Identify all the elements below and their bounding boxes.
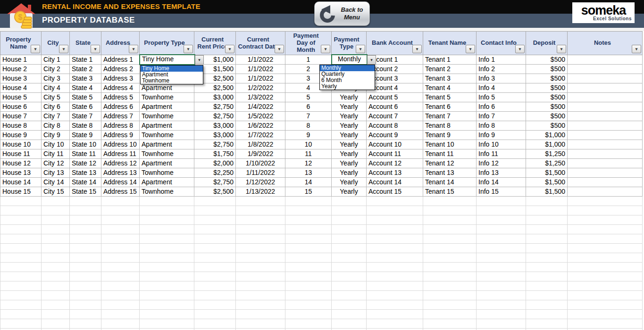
table-cell[interactable]	[332, 272, 367, 281]
table-cell[interactable]: $2,500	[194, 187, 236, 197]
table-cell[interactable]: State 12	[70, 159, 101, 168]
table-cell[interactable]	[70, 272, 101, 281]
table-cell[interactable]	[568, 206, 643, 215]
table-cell[interactable]: 1/6/2022	[236, 121, 285, 131]
table-cell[interactable]	[0, 291, 42, 300]
table-cell[interactable]: Address 12	[101, 159, 140, 168]
table-cell[interactable]	[42, 244, 70, 253]
filter-dropdown-button[interactable]: ▾	[59, 45, 68, 53]
table-cell[interactable]	[42, 300, 70, 310]
table-cell[interactable]	[0, 206, 42, 215]
table-cell[interactable]	[140, 253, 194, 263]
table-cell[interactable]	[285, 319, 332, 329]
table-cell[interactable]	[568, 300, 643, 310]
table-cell[interactable]: Address 13	[101, 168, 140, 178]
table-cell[interactable]: $2,500	[194, 83, 236, 93]
table-cell[interactable]: Address 4	[101, 83, 140, 93]
table-cell[interactable]	[477, 206, 526, 215]
table-cell[interactable]	[285, 215, 332, 225]
table-cell[interactable]: $1,250	[526, 149, 568, 159]
table-cell[interactable]	[236, 319, 285, 329]
table-cell[interactable]: State 13	[70, 168, 101, 178]
table-cell[interactable]	[477, 300, 526, 310]
table-cell[interactable]	[70, 291, 101, 300]
table-cell[interactable]	[568, 291, 643, 300]
table-cell[interactable]	[423, 319, 477, 329]
table-cell[interactable]	[526, 310, 568, 319]
table-cell[interactable]: Address 6	[101, 102, 140, 112]
table-cell[interactable]: House 5	[0, 93, 42, 102]
table-cell[interactable]: Info 15	[477, 187, 526, 197]
table-cell[interactable]	[423, 197, 477, 206]
table-cell[interactable]: Account 12	[367, 159, 423, 168]
table-cell[interactable]: Tenant 10	[423, 140, 477, 149]
table-cell[interactable]: City 4	[42, 83, 70, 93]
table-cell[interactable]	[285, 291, 332, 300]
table-cell[interactable]	[568, 55, 643, 65]
table-cell[interactable]: City 1	[42, 55, 70, 65]
table-cell[interactable]	[568, 197, 643, 206]
table-cell[interactable]: Address 14	[101, 178, 140, 187]
table-cell[interactable]: Townhome	[140, 131, 194, 140]
table-cell[interactable]: State 4	[70, 83, 101, 93]
table-cell[interactable]	[367, 215, 423, 225]
table-cell[interactable]: Apartment	[140, 159, 194, 168]
table-cell[interactable]	[332, 310, 367, 319]
table-cell[interactable]	[367, 263, 423, 272]
filter-dropdown-button[interactable]: ▾	[321, 45, 330, 53]
table-cell[interactable]	[568, 65, 643, 74]
table-cell[interactable]: State 15	[70, 187, 101, 197]
table-cell[interactable]: City 7	[42, 112, 70, 121]
table-cell[interactable]	[423, 310, 477, 319]
table-cell[interactable]: $3,000	[194, 121, 236, 131]
table-cell[interactable]: $500	[526, 121, 568, 131]
table-cell[interactable]: $2,250	[194, 168, 236, 178]
table-cell[interactable]	[526, 197, 568, 206]
table-cell[interactable]	[568, 225, 643, 234]
table-cell[interactable]	[285, 234, 332, 244]
table-cell[interactable]	[477, 310, 526, 319]
table-cell[interactable]: 1/10/2022	[236, 159, 285, 168]
table-cell[interactable]	[568, 310, 643, 319]
table-cell[interactable]	[101, 310, 140, 319]
table-cell[interactable]	[477, 253, 526, 263]
table-cell[interactable]	[423, 206, 477, 215]
table-cell[interactable]	[568, 178, 643, 187]
table-cell[interactable]	[236, 291, 285, 300]
table-cell[interactable]	[236, 197, 285, 206]
table-cell[interactable]: Townhome	[140, 168, 194, 178]
table-cell[interactable]	[332, 197, 367, 206]
table-cell[interactable]: Address 5	[101, 93, 140, 102]
filter-dropdown-button[interactable]: ▾	[275, 45, 284, 53]
table-cell[interactable]: House 1	[0, 55, 42, 65]
table-cell[interactable]	[194, 272, 236, 281]
table-cell[interactable]: 1	[285, 55, 332, 65]
table-cell[interactable]	[236, 253, 285, 263]
table-cell[interactable]: House 8	[0, 121, 42, 131]
table-cell[interactable]	[194, 215, 236, 225]
table-cell[interactable]: House 2	[0, 65, 42, 74]
table-cell[interactable]: Account 7	[367, 112, 423, 121]
table-cell[interactable]	[101, 244, 140, 253]
table-cell[interactable]	[194, 281, 236, 291]
table-cell[interactable]	[568, 319, 643, 329]
filter-dropdown-button[interactable]: ▾	[91, 45, 100, 53]
table-cell[interactable]	[194, 300, 236, 310]
table-cell[interactable]	[568, 74, 643, 83]
table-cell[interactable]	[477, 319, 526, 329]
table-cell[interactable]	[194, 197, 236, 206]
table-cell[interactable]	[367, 253, 423, 263]
table-cell[interactable]: Account 14	[367, 178, 423, 187]
table-cell[interactable]	[42, 310, 70, 319]
table-cell[interactable]: Tenant 11	[423, 149, 477, 159]
table-cell[interactable]	[70, 206, 101, 215]
table-cell[interactable]: Info 10	[477, 140, 526, 149]
table-cell[interactable]: City 5	[42, 93, 70, 102]
table-cell[interactable]: Info 14	[477, 178, 526, 187]
active-cell-property-type[interactable]: Tiny Home	[139, 54, 195, 65]
table-cell[interactable]	[285, 197, 332, 206]
table-cell[interactable]: State 1	[70, 55, 101, 65]
table-cell[interactable]: Address 1	[101, 55, 140, 65]
filter-dropdown-button[interactable]: ▾	[31, 45, 40, 53]
table-cell[interactable]: Info 1	[477, 55, 526, 65]
